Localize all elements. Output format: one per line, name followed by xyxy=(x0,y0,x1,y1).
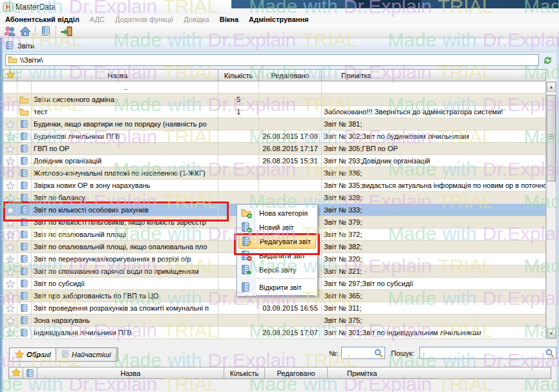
table-row[interactable]: Звіти системного адміна5 xyxy=(3,94,545,106)
toolbar-separator xyxy=(35,26,36,36)
row-note: Звіт № 320; xyxy=(322,253,545,265)
column-header-quantity[interactable]: Кількість xyxy=(218,70,259,81)
row-note: Звіт № 381; xyxy=(322,118,545,130)
menu-item-вікна[interactable]: Вікна xyxy=(215,14,244,25)
favorite-star-icon[interactable] xyxy=(3,192,17,203)
context-menu-item-delete-report[interactable]: Видалити звіт xyxy=(238,249,316,263)
report-icon xyxy=(17,278,32,289)
favorites-table-header: Назва Кількість Редаговано Примітка xyxy=(8,367,551,379)
row-name: Зона нарахувань xyxy=(32,315,218,326)
scroll-down-arrow[interactable]: ▼ xyxy=(547,329,556,338)
table-row[interactable]: Зона нарахуваньЗвіт № 375; xyxy=(3,315,545,327)
row-name: Будинкові лічильники ПГВ xyxy=(32,130,218,142)
column-header-note[interactable]: Примітка xyxy=(322,70,545,81)
context-menu-item-edit-report[interactable]: Редагувати звіт xyxy=(238,234,316,249)
row-note: Звіт № 333; xyxy=(322,204,545,216)
search-icon[interactable] xyxy=(545,348,555,361)
favorite-star-icon[interactable] xyxy=(3,167,17,179)
tab-favorites-label: Обрані xyxy=(26,351,51,358)
favorite-star-icon[interactable] xyxy=(3,290,17,302)
favorite-star-icon[interactable] xyxy=(3,143,17,154)
menu-item-адміністрування[interactable]: Адміністрування xyxy=(244,14,313,25)
search-field[interactable] xyxy=(419,347,556,359)
favorites-column-header[interactable] xyxy=(9,367,23,378)
report-icon xyxy=(17,167,32,179)
table-row[interactable]: Житлово-комунальні платежі по населенню … xyxy=(3,167,545,180)
row-note: Звіт № 293;Довідник організацій xyxy=(322,155,545,167)
favorite-star-icon[interactable] xyxy=(3,302,17,314)
search-input[interactable] xyxy=(421,348,546,358)
open-report-icon xyxy=(238,282,255,293)
home-icon[interactable] xyxy=(17,25,33,37)
favorites-column-header[interactable] xyxy=(3,70,17,81)
table-row[interactable]: Будинки, якщо квартири не по порядку (на… xyxy=(3,118,545,130)
favorite-star-icon[interactable] xyxy=(3,130,17,142)
column-header-name[interactable]: Назва xyxy=(17,70,218,81)
table-row[interactable]: Індивідуальні лічильники ПГВ26.08.2015 1… xyxy=(3,327,545,339)
context-menu-item-open-report[interactable]: Відкрити звіт xyxy=(238,280,316,294)
context-menu-item-new-category[interactable]: Нова категорія xyxy=(238,206,316,220)
scroll-up-arrow[interactable]: ▲ xyxy=(547,82,556,92)
favorite-star-icon[interactable] xyxy=(3,327,17,338)
folder-icon xyxy=(17,106,32,118)
column-header-edited[interactable]: Редаговано xyxy=(265,367,328,378)
bottom-bar: Обрані Найчастіші №: Пошук: xyxy=(3,346,556,363)
scrollbar-thumb[interactable] xyxy=(547,95,556,181)
tab-divider xyxy=(118,347,118,362)
favorite-star-icon[interactable] xyxy=(3,118,17,130)
favorite-star-icon[interactable] xyxy=(3,278,17,289)
table-row[interactable]: Звіт по балансуЗвіт № 339; xyxy=(3,192,545,204)
context-menu-item-label: Нова категорія xyxy=(255,209,308,217)
favorite-star-icon[interactable] xyxy=(3,315,17,326)
table-row[interactable]: .. xyxy=(3,81,545,94)
panel-title-label: Звіти xyxy=(17,42,34,50)
favorite-star-icon[interactable] xyxy=(3,155,17,167)
search-icon[interactable] xyxy=(374,348,384,361)
context-menu-item-new-report[interactable]: Новий звіт xyxy=(238,220,316,234)
row-quantity xyxy=(218,167,259,179)
table-row[interactable]: Звірка нових ОР в зону нарахуваньЗвіт № … xyxy=(3,180,545,192)
favorite-star-icon[interactable] xyxy=(3,265,17,277)
number-filter-field[interactable] xyxy=(341,347,385,359)
context-menu-item-report-versions[interactable]: Версії звіту xyxy=(238,263,316,277)
favorite-star-icon[interactable] xyxy=(3,253,17,265)
row-quantity: 1 xyxy=(218,106,259,118)
table-row[interactable]: Звіт проведення розрахунків за спожиті к… xyxy=(3,302,545,315)
table-row[interactable]: ГВП по ОР26.08.2015 17:17Звіт № 305;ГВП … xyxy=(3,143,545,155)
row-note: Звіт № 297;Звіт по субсидії xyxy=(322,278,545,289)
row-name: Звіт по кількості пільговиків, якщо кіль… xyxy=(32,216,218,228)
tab-favorites[interactable]: Обрані xyxy=(9,347,57,362)
reports-icon[interactable] xyxy=(38,25,54,37)
report-icon xyxy=(17,118,32,130)
number-filter-label: №: xyxy=(329,349,339,357)
favorite-star-icon[interactable] xyxy=(3,180,17,191)
favorite-star-icon[interactable] xyxy=(3,204,17,216)
row-quantity xyxy=(218,81,259,93)
favorite-star-icon[interactable] xyxy=(3,216,17,228)
column-header-note[interactable]: Примітка xyxy=(328,367,551,378)
favorite-star-icon[interactable] xyxy=(3,241,17,253)
table-row[interactable]: тест1Заблоковано!!! Зверніться до адміні… xyxy=(3,106,545,118)
menu-item-абонентський-відділ[interactable]: Абонентський відділ xyxy=(0,14,85,25)
window-title: MasterData xyxy=(16,3,56,12)
path-field[interactable]: \\Звіти\ xyxy=(5,54,539,66)
tab-most-frequent[interactable]: Найчастіші xyxy=(56,347,117,362)
column-header-quantity[interactable]: Кількість xyxy=(224,367,265,378)
report-icon xyxy=(17,327,32,338)
row-note: Звіт № 301;Звіт по індивідуальним лічиль… xyxy=(322,327,545,338)
exit-icon[interactable] xyxy=(59,25,74,37)
refresh-icon[interactable] xyxy=(541,54,554,66)
context-menu-item-label: Видалити звіт xyxy=(255,252,305,260)
users-icon[interactable] xyxy=(2,25,17,37)
number-filter-input[interactable] xyxy=(343,348,375,358)
table-row[interactable]: Довідник організацій26.08.2015 15:31Звіт… xyxy=(3,155,545,167)
table-row[interactable]: Будинкові лічильники ПГВ26.08.2015 17:08… xyxy=(3,130,545,143)
favorite-star-icon[interactable] xyxy=(3,229,17,240)
path-bar: \\Звіти\ xyxy=(3,52,556,68)
column-header-edited[interactable]: Редаговано xyxy=(259,70,322,81)
column-header-name[interactable]: Назва xyxy=(37,367,224,378)
row-name: Звіт по кількості особових рахунків xyxy=(32,204,218,216)
vertical-scrollbar[interactable]: ▲ ▼ xyxy=(546,81,556,339)
favorite-star-icon xyxy=(3,81,17,93)
toolbar-separator xyxy=(56,26,57,36)
